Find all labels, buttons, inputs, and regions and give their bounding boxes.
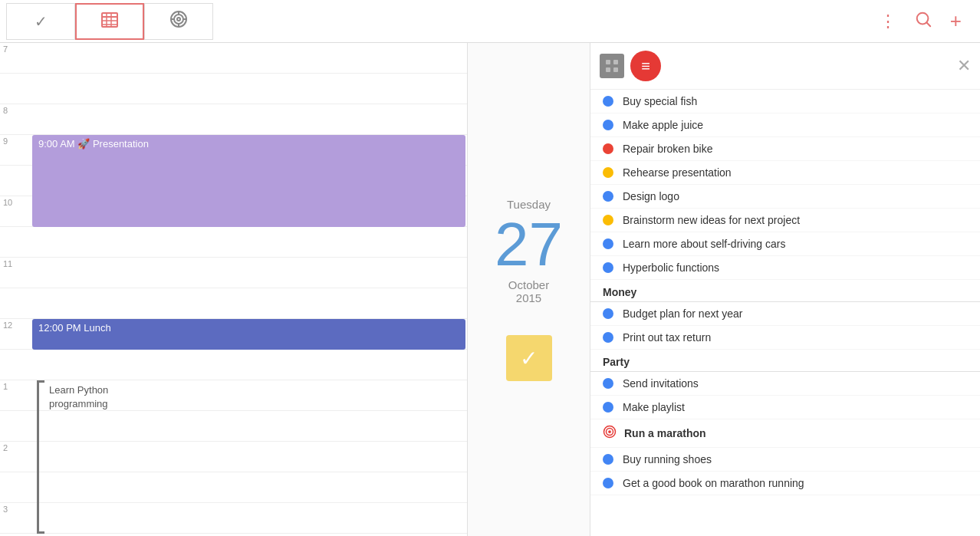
- search-icon[interactable]: [915, 11, 932, 32]
- time-row-12b: [0, 350, 467, 380]
- svg-rect-17: [606, 67, 610, 72]
- item-dot: [603, 143, 613, 154]
- item-dot: [603, 262, 613, 273]
- list-item[interactable]: Print out tax return: [590, 326, 980, 350]
- item-text: Buy special fish: [623, 95, 697, 107]
- svg-rect-16: [613, 60, 618, 64]
- toolbar-left: ✓: [6, 3, 213, 40]
- check-mark-icon: ✓: [520, 346, 538, 371]
- target-icon: [169, 10, 188, 32]
- list-item[interactable]: Get a good book on marathon running: [590, 472, 980, 495]
- target-tab-button[interactable]: [144, 3, 213, 40]
- hamburger-icon: ≡: [641, 58, 650, 74]
- year-label: 2015: [516, 291, 541, 304]
- item-text: Rehearse presentation: [623, 166, 732, 179]
- item-dot: [603, 238, 613, 249]
- time-row-10b: [0, 227, 467, 258]
- learn-python-bracket: [37, 380, 44, 534]
- item-text: Print out tax return: [623, 331, 711, 344]
- list-item[interactable]: Send invitations: [590, 372, 980, 396]
- toolbar-right: ⋮ +: [880, 9, 974, 33]
- date-display: Tuesday 27 October 2015 ✓: [468, 43, 590, 536]
- time-row-2b: [0, 472, 467, 503]
- goal-text: Run a marathon: [624, 427, 706, 439]
- calendar-column: 7 8 9 9:00 AM 🚀 Presentation: [0, 43, 468, 536]
- todo-section-marathon: Run a marathon Buy running shoes Get a g…: [590, 419, 980, 495]
- list-item[interactable]: Learn more about self-driving cars: [590, 232, 980, 256]
- todo-header: ≡ ✕: [590, 43, 980, 90]
- item-dot: [603, 120, 613, 130]
- calendar-tab-button[interactable]: [75, 3, 144, 40]
- item-text: Make playlist: [623, 401, 685, 413]
- list-item[interactable]: Make apple juice: [590, 113, 980, 137]
- list-item[interactable]: Brainstorm new ideas for next project: [590, 209, 980, 232]
- item-dot: [603, 478, 613, 488]
- item-dot: [603, 167, 613, 178]
- svg-point-21: [608, 430, 611, 433]
- time-row-7b: [0, 74, 467, 104]
- check-icon: ✓: [35, 12, 48, 31]
- party-section-header: Party: [590, 350, 980, 372]
- time-row-8: 8: [0, 104, 467, 135]
- add-icon[interactable]: +: [950, 9, 962, 33]
- time-row-3: 3: [0, 503, 467, 534]
- presentation-event[interactable]: 9:00 AM 🚀 Presentation: [32, 135, 465, 227]
- goal-target-icon: [603, 425, 617, 442]
- item-dot: [603, 332, 613, 343]
- calendar-grid-icon: [100, 10, 119, 32]
- learn-python-label: Learn Pythonprogramming: [49, 383, 108, 411]
- list-item[interactable]: Buy running shoes: [590, 448, 980, 472]
- item-dot: [603, 308, 613, 319]
- toolbar: ✓: [0, 0, 980, 43]
- time-row-1b: [0, 411, 467, 442]
- svg-point-8: [177, 18, 180, 21]
- month-label: October: [508, 278, 549, 291]
- item-text: Design logo: [623, 190, 679, 202]
- item-text: Learn more about self-driving cars: [623, 238, 785, 250]
- list-item[interactable]: Buy special fish: [590, 90, 980, 113]
- list-item[interactable]: Rehearse presentation: [590, 161, 980, 185]
- svg-rect-18: [613, 67, 618, 72]
- list-item[interactable]: Make playlist: [590, 396, 980, 419]
- day-name: Tuesday: [507, 198, 551, 211]
- marathon-goal-item[interactable]: Run a marathon: [590, 419, 980, 448]
- item-text: Brainstorm new ideas for next project: [623, 214, 800, 226]
- more-options-icon[interactable]: ⋮: [880, 12, 896, 31]
- check-box[interactable]: ✓: [506, 335, 552, 381]
- time-row-9: 9 9:00 AM 🚀 Presentation: [0, 135, 467, 166]
- item-text: Buy running shoes: [623, 453, 712, 465]
- time-grid: 7 8 9 9:00 AM 🚀 Presentation: [0, 43, 467, 536]
- item-dot: [603, 378, 613, 389]
- list-item[interactable]: Hyperbolic functions: [590, 256, 980, 280]
- time-row-2: 2: [0, 442, 467, 472]
- item-text: Make apple juice: [623, 119, 703, 131]
- list-item[interactable]: Budget plan for next year: [590, 302, 980, 326]
- item-text: Get a good book on marathon running: [623, 477, 804, 489]
- lunch-event[interactable]: 12:00 PM Lunch: [32, 319, 465, 350]
- presentation-time: 9:00 AM 🚀 Presentation: [38, 138, 149, 150]
- time-row-12: 12 12:00 PM Lunch: [0, 319, 467, 350]
- todo-section-party: Send invitations Make playlist: [590, 372, 980, 419]
- list-item[interactable]: Repair broken bike: [590, 137, 980, 161]
- svg-rect-15: [606, 60, 610, 64]
- svg-line-14: [926, 22, 930, 26]
- item-dot: [603, 191, 613, 202]
- time-row-11b: [0, 288, 467, 319]
- item-dot: [603, 402, 613, 413]
- svg-point-7: [174, 15, 183, 24]
- item-dot: [603, 454, 613, 465]
- time-row-1: 1 Learn Pythonprogramming: [0, 380, 467, 411]
- todo-section-money: Budget plan for next year Print out tax …: [590, 302, 980, 350]
- todo-grid-icon: [600, 54, 624, 78]
- todo-section-default: Buy special fish Make apple juice Repair…: [590, 90, 980, 280]
- close-button[interactable]: ✕: [957, 56, 971, 76]
- item-text: Hyperbolic functions: [623, 261, 719, 274]
- time-row-11: 11: [0, 258, 467, 288]
- item-text: Repair broken bike: [623, 143, 713, 155]
- todo-list-icon[interactable]: ≡: [630, 51, 661, 81]
- list-item[interactable]: Design logo: [590, 185, 980, 209]
- item-dot: [603, 215, 613, 225]
- check-tab-button[interactable]: ✓: [6, 3, 75, 40]
- main-area: 7 8 9 9:00 AM 🚀 Presentation: [0, 43, 980, 536]
- item-text: Budget plan for next year: [623, 307, 742, 320]
